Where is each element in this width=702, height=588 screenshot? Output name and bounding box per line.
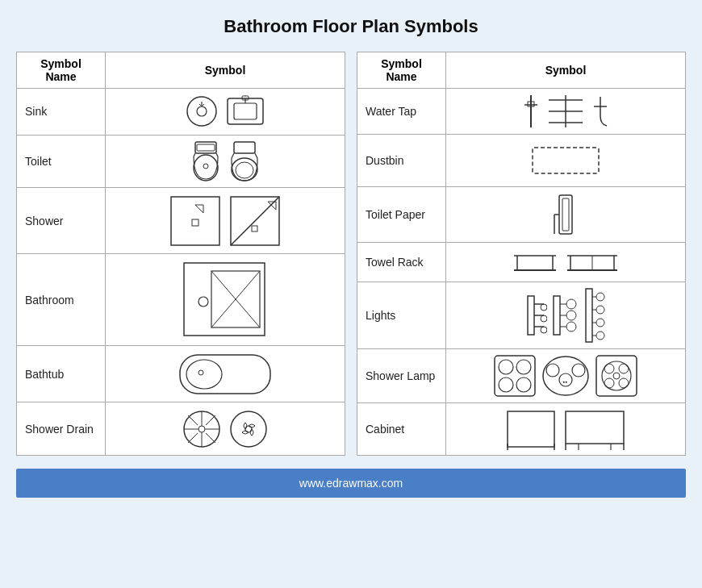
symbol-cell <box>106 402 345 456</box>
svg-point-73 <box>541 327 547 333</box>
svg-rect-67 <box>528 296 534 335</box>
svg-marker-21 <box>195 205 203 213</box>
svg-point-96 <box>546 364 559 377</box>
svg-rect-55 <box>562 198 569 231</box>
row-label: Lights <box>357 282 446 349</box>
row-label: Bathroom <box>17 254 106 346</box>
svg-text:●●: ●● <box>562 379 567 384</box>
svg-rect-20 <box>171 197 219 245</box>
svg-rect-107 <box>508 411 554 447</box>
table-row: Sink <box>17 89 345 136</box>
symbol-cell <box>446 403 686 456</box>
svg-rect-53 <box>533 148 599 173</box>
svg-point-69 <box>541 304 547 311</box>
svg-line-40 <box>206 433 215 443</box>
svg-line-12 <box>194 153 195 156</box>
sink-round-icon <box>184 94 219 129</box>
symbol-cell <box>106 135 345 188</box>
svg-point-17 <box>236 162 253 178</box>
footer-url: www.edrawmax.com <box>299 477 403 490</box>
svg-point-104 <box>604 378 614 388</box>
left-header-name: Symbol Name <box>17 52 106 89</box>
left-table: Symbol Name Symbol Sink <box>16 52 345 456</box>
svg-point-83 <box>596 306 604 314</box>
row-label: Bathtub <box>17 346 106 402</box>
row-label: Cabinet <box>357 403 446 456</box>
symbol-cell <box>446 243 686 282</box>
symbol-cell <box>106 188 345 254</box>
svg-point-44 <box>245 426 252 432</box>
table-row: Water Tap <box>357 89 686 135</box>
svg-rect-15 <box>234 142 255 153</box>
symbol-cell <box>106 346 345 402</box>
symbol-cell <box>446 282 686 349</box>
svg-point-26 <box>198 297 208 307</box>
svg-line-41 <box>206 415 215 425</box>
toilet-front-icon <box>189 140 223 182</box>
table-row: Lights <box>357 282 686 349</box>
svg-point-103 <box>619 364 629 373</box>
shower-lamp-3-icon: ●● <box>541 354 590 398</box>
svg-line-39 <box>188 415 198 425</box>
symbol-cell: ●● <box>446 349 686 403</box>
svg-rect-6 <box>234 103 257 119</box>
svg-rect-9 <box>195 142 216 153</box>
svg-rect-22 <box>192 219 198 226</box>
right-header-name: Symbol Name <box>357 52 446 89</box>
table-row: Bathroom <box>17 254 345 346</box>
footer-bar: www.edrawmax.com <box>16 469 686 498</box>
table-row: Dustbin <box>357 135 686 187</box>
svg-point-77 <box>566 322 576 332</box>
svg-point-94 <box>516 377 531 392</box>
svg-rect-24 <box>252 226 257 231</box>
svg-marker-23 <box>268 202 276 210</box>
row-label: Shower <box>17 188 106 254</box>
svg-point-102 <box>604 364 614 373</box>
water-tap-2-icon <box>545 94 586 129</box>
shower-lamp-round-icon <box>595 354 638 398</box>
shower-corner-icon <box>228 194 282 248</box>
svg-rect-74 <box>554 296 560 335</box>
svg-point-93 <box>499 377 513 392</box>
table-row: Shower <box>17 188 345 254</box>
svg-point-43 <box>231 411 266 447</box>
svg-point-0 <box>187 97 216 126</box>
svg-point-75 <box>566 299 576 309</box>
svg-point-76 <box>566 311 576 320</box>
svg-point-98 <box>572 364 585 377</box>
svg-line-18 <box>232 153 234 158</box>
svg-rect-10 <box>197 144 215 151</box>
bathroom-icon <box>181 260 270 340</box>
table-row: Shower Drain <box>17 402 345 456</box>
svg-point-105 <box>619 378 629 388</box>
table-row: Toilet Paper <box>357 187 686 243</box>
svg-point-92 <box>516 360 531 374</box>
row-label: Sink <box>17 89 106 136</box>
table-row: Cabinet <box>357 403 686 456</box>
svg-point-31 <box>186 360 222 389</box>
left-header-symbol: Symbol <box>106 52 345 89</box>
symbol-cell <box>106 89 345 136</box>
svg-point-84 <box>596 319 604 327</box>
symbol-cell <box>106 254 345 346</box>
water-tap-3-icon <box>591 94 610 129</box>
row-label: Dustbin <box>357 135 446 187</box>
svg-rect-81 <box>586 289 592 342</box>
svg-point-106 <box>613 373 620 379</box>
svg-rect-110 <box>566 411 624 444</box>
sink-rect-icon <box>224 95 266 127</box>
row-label: Water Tap <box>357 89 446 135</box>
row-label: Shower Drain <box>17 402 106 456</box>
dustbin-icon <box>529 140 602 181</box>
symbol-cell <box>446 89 686 135</box>
shower-drain-fan-icon <box>181 408 223 450</box>
svg-point-71 <box>541 315 547 322</box>
symbol-cell <box>446 135 686 187</box>
svg-rect-30 <box>180 355 270 394</box>
svg-point-85 <box>596 332 604 340</box>
table-row: Towel Rack <box>357 243 686 282</box>
svg-point-1 <box>197 106 207 116</box>
light-horiz-icon <box>552 294 579 336</box>
svg-point-32 <box>198 370 203 375</box>
tables-wrapper: Symbol Name Symbol Sink <box>16 52 686 456</box>
